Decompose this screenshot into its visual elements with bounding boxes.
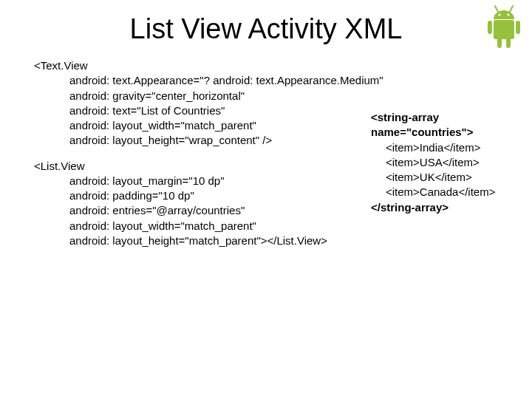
layout-xml-code: <Text.View android: text.Appearance="? a…: [34, 58, 330, 248]
listview-open-tag: <List.View: [34, 159, 330, 174]
code-line: android: layout_width="match_parent": [69, 219, 330, 233]
svg-rect-8: [506, 38, 511, 48]
code-line: android: layout_width="match_parent": [69, 118, 330, 133]
svg-rect-5: [488, 21, 492, 34]
code-line: android: text.Appearance="? android: tex…: [69, 73, 330, 88]
textview-open-tag: <Text.View: [34, 58, 330, 73]
svg-point-2: [498, 13, 500, 16]
code-line: <item>USA</item>: [386, 155, 532, 170]
code-line: android: gravity="center_horizontal": [69, 89, 330, 103]
textview-attrs: android: text.Appearance="? android: tex…: [69, 73, 330, 148]
code-line: android: layout_height="match_parent"></…: [69, 233, 330, 248]
svg-rect-7: [497, 38, 502, 48]
listview-attrs: android: layout_margin="10 dp" android: …: [69, 174, 330, 248]
code-line: <item>Canada</item>: [386, 185, 532, 200]
string-array-close: </string-array>: [371, 200, 532, 215]
code-line: <item>India</item>: [386, 140, 532, 155]
svg-rect-4: [494, 20, 514, 39]
android-logo-icon: [483, 4, 525, 53]
slide-body: <Text.View android: text.Appearance="? a…: [34, 58, 498, 248]
string-array-open: <string-array name="countries">: [371, 110, 532, 140]
code-line: android: text="List of Countries": [69, 103, 330, 118]
code-line: android: entries="@array/countries": [69, 203, 330, 218]
code-line: android: padding="10 dp": [69, 188, 330, 203]
string-array-items: <item>India</item> <item>USA</item> <ite…: [386, 140, 532, 200]
string-array-xml: <string-array name="countries"> <item>In…: [371, 110, 532, 215]
svg-line-0: [495, 6, 498, 12]
code-line: android: layout_margin="10 dp": [69, 174, 330, 188]
code-line: <item>UK</item>: [386, 170, 532, 185]
svg-line-1: [510, 6, 513, 12]
svg-point-3: [507, 13, 509, 16]
code-line: android: layout_height="wrap_content" />: [69, 133, 330, 148]
slide-title: List View Activity XML: [0, 13, 532, 45]
svg-rect-6: [516, 21, 520, 34]
